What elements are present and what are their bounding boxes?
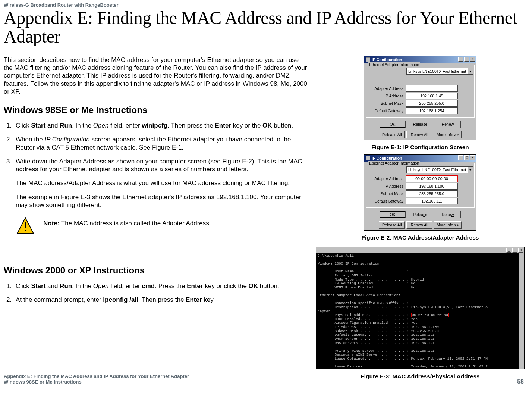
- text-italic: Open: [93, 282, 109, 289]
- text-bold: Enter: [187, 282, 203, 289]
- field-label: Adapter Address: [368, 176, 406, 181]
- default-gateway-row: Default Gateway 192.168.1.254: [368, 107, 472, 114]
- ok-button[interactable]: OK: [380, 211, 406, 218]
- text-bold: OK: [262, 122, 272, 129]
- win98-steps: Click Start and Run. In the Open field, …: [4, 122, 309, 209]
- text: key or click the: [203, 282, 249, 289]
- cmd-line: IP Routing Enabled. . . . . . . . : No: [318, 281, 415, 285]
- adapter-address-value: 00-00-00-00-00-00: [406, 175, 458, 182]
- text: Click: [16, 282, 31, 289]
- win98-step-3: Write down the Adapter Address as shown …: [13, 157, 309, 209]
- renew-all-button[interactable]: Renew All: [406, 221, 432, 229]
- text: At the command prompt, enter: [16, 296, 103, 303]
- adapter-address-row: Adapter Address: [368, 85, 472, 92]
- win2k-step-2: At the command prompt, enter ipconfig /a…: [13, 296, 309, 304]
- close-button[interactable]: ×: [518, 248, 523, 253]
- text-italic: Open: [93, 122, 109, 129]
- ip-address-value: 192.168.1.100: [406, 183, 458, 190]
- note-text: Note: The MAC address is also called the…: [43, 217, 211, 227]
- text: The MAC address/Adapter Address is what …: [16, 179, 309, 187]
- field-label: Subnet Mask: [368, 101, 406, 106]
- footer-line1: Appendix E: Finding the MAC Address and …: [4, 374, 189, 379]
- default-gateway-row: Default Gateway 192.168.1.1: [368, 198, 472, 204]
- left-column: This section describes how to find the M…: [4, 56, 309, 384]
- cmd-line: Host Name . . . . . . . . . . . . :: [318, 269, 409, 273]
- field-label: Adapter Address: [368, 86, 406, 91]
- window-buttons: _ □ ×: [506, 248, 523, 253]
- release-all-button[interactable]: Release All: [379, 221, 405, 229]
- text: Click: [16, 122, 31, 129]
- cmd-line: Autoconfiguration Enabled . . . . : Yes: [318, 321, 418, 325]
- more-info-button[interactable]: More Info >>: [434, 131, 462, 138]
- release-all-button[interactable]: Release All: [379, 131, 405, 138]
- close-button[interactable]: ×: [470, 57, 475, 62]
- chevron-down-icon[interactable]: ▾: [468, 167, 473, 173]
- renew-button[interactable]: Renew: [435, 211, 461, 218]
- cmd-line: Lease Obtained. . . . . . . . . . : Mond…: [318, 357, 488, 361]
- button-row-1: OK Release Renew: [364, 209, 476, 220]
- adapter-dropdown[interactable]: Linksys LNE100TX Fast Ethernet ▾ Linksys…: [406, 68, 473, 75]
- window-buttons: _ □ ×: [458, 155, 475, 160]
- cmd-titlebar[interactable]: _ □ ×: [316, 247, 524, 253]
- adapter-dropdown[interactable]: Linksys LNE100TX Fast Ethernet ▾: [406, 166, 473, 173]
- cmd-line: Node Type . . . . . . . . . . . . : Hybr…: [318, 278, 424, 282]
- text: . Then press the: [167, 122, 215, 129]
- more-info-button[interactable]: More Info >>: [434, 221, 462, 229]
- default-gateway-value: 192.168.1.254: [406, 107, 458, 114]
- app-icon: [366, 156, 370, 160]
- caution-icon: [16, 217, 34, 235]
- app-icon: [366, 57, 370, 62]
- win98-heading: Windows 98SE or Me Instructions: [4, 104, 309, 116]
- win2k-heading: Windows 2000 or XP Instructions: [4, 265, 309, 276]
- ok-button[interactable]: OK: [380, 121, 406, 128]
- maximize-button[interactable]: □: [464, 57, 469, 62]
- text: . In the: [72, 282, 93, 289]
- cmd-line: DNS Servers . . . . . . . . . . . : 192.…: [318, 341, 435, 345]
- text-bold: OK: [249, 282, 258, 289]
- svg-rect-1: [25, 222, 26, 228]
- maximize-button[interactable]: □: [464, 155, 469, 160]
- cmd-line: Windows 2000 IP Configuration: [318, 262, 379, 266]
- window-title: IP Configuration: [372, 156, 402, 160]
- subnet-mask-row: Subnet Mask 255.255.255.0: [368, 190, 472, 197]
- intro-paragraph: This section describes how to find the M…: [4, 56, 309, 96]
- renew-button[interactable]: Renew: [435, 121, 461, 128]
- release-button[interactable]: Release: [407, 121, 433, 128]
- text: and: [45, 282, 60, 289]
- cmd-line: Subnet Mask . . . . . . . . . . . : 255.…: [318, 329, 439, 333]
- group-title: Ethernet Adapter Information: [368, 62, 420, 67]
- text: button.: [258, 282, 279, 289]
- note-block: Note: The MAC address is also called the…: [16, 217, 309, 235]
- page-number: 58: [517, 378, 524, 385]
- maximize-button[interactable]: □: [512, 248, 517, 253]
- release-button[interactable]: Release: [407, 211, 433, 218]
- text-bold: ipconfig /all: [103, 296, 138, 303]
- cmd-line: DHCP Server . . . . . . . . . . . : 192.…: [318, 337, 435, 341]
- minimize-button[interactable]: _: [458, 57, 463, 62]
- text-bold: winipcfg: [142, 122, 167, 129]
- button-row-1: OK Release Renew: [364, 119, 476, 129]
- chevron-down-icon[interactable]: ▾: [468, 68, 473, 74]
- cmd-line: WINS Proxy Enabled. . . . . . . . : No: [318, 285, 415, 289]
- default-gateway-value: 192.168.1.1: [406, 198, 458, 204]
- text: The example in Figure E-3 shows the Ethe…: [16, 193, 309, 209]
- text-bold: Start: [31, 122, 46, 129]
- cmd-line: Physical Address. . . . . . . . . :: [318, 313, 411, 317]
- figure-e2-caption: Figure E-2: MAC Address/Adapter Address: [362, 234, 479, 241]
- cmd-line: DHCP Enabled. . . . . . . . . . . : Yes: [318, 317, 418, 321]
- button-row-2: Release All Renew All More Info >>: [364, 129, 476, 140]
- close-button[interactable]: ×: [470, 155, 475, 160]
- win98-step-2: When the IP Configuration screen appears…: [13, 135, 309, 151]
- note-body: The MAC address is also called the Adapt…: [59, 220, 211, 227]
- scrollbar[interactable]: [519, 253, 524, 369]
- cmd-body[interactable]: C:\>ipconfig /all Windows 2000 IP Config…: [316, 253, 524, 369]
- win2k-steps: Click Start and Run. In the Open field, …: [4, 282, 309, 304]
- minimize-button[interactable]: _: [458, 155, 463, 160]
- minimize-button[interactable]: _: [506, 248, 511, 253]
- renew-all-button[interactable]: Renew All: [406, 131, 432, 138]
- adapter-address-value: [406, 85, 458, 92]
- text: and: [45, 122, 60, 129]
- window-buttons: _ □ ×: [458, 57, 475, 62]
- ip-address-row: IP Address 192.168.1.45: [368, 93, 472, 99]
- text: field, enter: [108, 122, 142, 129]
